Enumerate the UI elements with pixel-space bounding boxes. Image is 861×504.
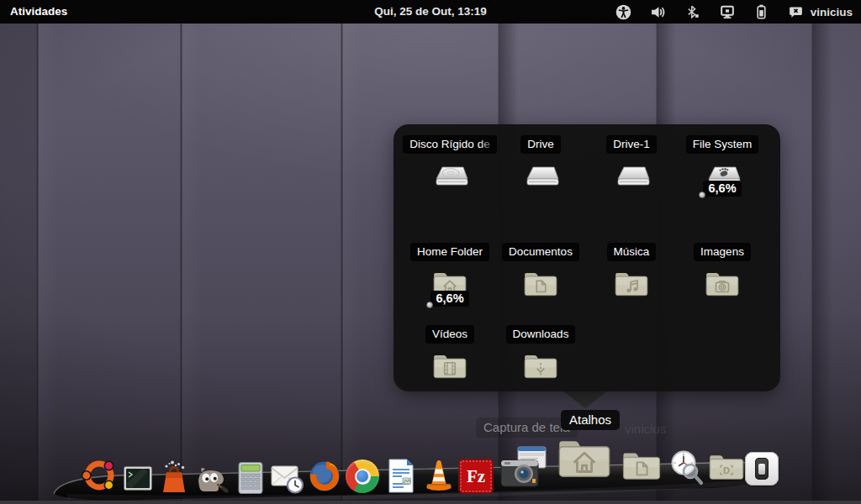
vlc-cone-icon xyxy=(420,456,457,495)
dock-item-libreoffice-writer[interactable] xyxy=(387,458,415,494)
shortcut-musica[interactable]: Música xyxy=(586,243,677,302)
dock-item-screenshot-tool[interactable] xyxy=(498,446,547,494)
music-folder-icon xyxy=(614,269,649,302)
faded-tooltip-user: vinicius xyxy=(620,420,671,438)
dock-item-filezilla[interactable]: Fz xyxy=(460,460,492,492)
dock-item-folder-d[interactable]: D xyxy=(708,451,745,482)
shortcut-videos[interactable]: Vídeos xyxy=(404,325,495,384)
calculator-icon xyxy=(234,460,267,496)
dock-item-documents-folder[interactable] xyxy=(621,449,662,482)
screenshot-camera-icon xyxy=(498,446,547,494)
terminal-icon xyxy=(122,463,154,495)
shortcut-label: Documentos xyxy=(502,243,579,261)
svg-text:D: D xyxy=(723,465,730,475)
shortcut-label: Drive xyxy=(520,135,561,154)
drive-icon xyxy=(521,161,560,192)
ubuntu-logo-icon xyxy=(80,456,119,495)
dock-item-gimp[interactable] xyxy=(193,459,230,496)
dock-tooltip-atalhos: Atalhos xyxy=(561,410,620,430)
documents-folder-icon xyxy=(523,269,558,302)
shortcut-label: Downloads xyxy=(506,325,576,344)
shortcut-file-system[interactable]: File System 6,6% xyxy=(677,135,768,197)
popup-pointer-tail xyxy=(563,391,608,408)
bluetooth-icon[interactable] xyxy=(684,3,701,20)
mail-clock-icon xyxy=(269,459,306,496)
filezilla-icon: Fz xyxy=(460,460,492,492)
shortcuts-home-folder-icon xyxy=(557,434,612,481)
device-switch-icon xyxy=(745,452,779,486)
shortcut-imagens[interactable]: Imagens xyxy=(677,243,768,302)
dock-item-vlc[interactable] xyxy=(420,456,457,495)
shortcut-drive[interactable]: Drive xyxy=(495,135,586,192)
desktop: Atividades Qui, 25 de Out, 13:19 xyxy=(0,0,861,504)
dock-item-firefox[interactable] xyxy=(306,458,343,495)
software-center-icon xyxy=(156,459,192,496)
dock-item-terminal[interactable] xyxy=(122,463,154,495)
drive-icon xyxy=(612,161,651,192)
usage-dot-icon xyxy=(699,192,705,198)
dock-item-software-center[interactable] xyxy=(156,459,192,496)
im-status-icon xyxy=(788,3,805,20)
shortcut-documentos[interactable]: Documentos xyxy=(495,243,586,302)
videos-folder-icon xyxy=(432,351,467,384)
shortcut-label: Home Folder xyxy=(410,243,489,261)
dock-documents-folder-icon xyxy=(621,449,662,482)
shortcut-label: Música xyxy=(607,243,657,261)
shortcut-label: Drive-1 xyxy=(606,135,657,154)
display-network-icon[interactable] xyxy=(719,3,736,20)
dock-item-email-client[interactable] xyxy=(269,459,306,496)
volume-icon[interactable] xyxy=(650,3,667,20)
usage-badge: 6,6% xyxy=(430,291,468,307)
shortcuts-popup: Disco Rígido de Drive Drive-1 File Syste… xyxy=(394,124,780,391)
user-menu[interactable]: vinicius xyxy=(788,3,853,20)
usage-dot-icon xyxy=(426,302,433,308)
usage-badge: 6,6% xyxy=(703,181,741,197)
dock-item-ubuntu-menu[interactable] xyxy=(80,456,119,495)
firefox-icon xyxy=(306,458,343,495)
battery-icon[interactable] xyxy=(753,3,770,20)
clock-magnifier-icon xyxy=(667,449,705,487)
shortcut-label: Vídeos xyxy=(425,325,474,344)
clock-menu[interactable]: Qui, 25 de Out, 13:19 xyxy=(374,0,487,24)
shortcut-disco-rigido[interactable]: Disco Rígido de xyxy=(404,135,495,192)
chrome-icon xyxy=(346,459,379,493)
shortcut-drive-1[interactable]: Drive-1 xyxy=(586,135,677,192)
dock-item-display-device[interactable] xyxy=(745,452,779,486)
pictures-folder-icon xyxy=(705,269,740,302)
shortcut-home-folder[interactable]: Home Folder 6,6% xyxy=(404,243,495,307)
shortcut-label: File System xyxy=(686,135,759,154)
writer-document-icon xyxy=(387,458,415,494)
top-bar: Atividades Qui, 25 de Out, 13:19 xyxy=(0,0,861,24)
folder-d-icon: D xyxy=(708,451,745,482)
username-label: vinicius xyxy=(811,6,853,18)
shortcut-downloads[interactable]: Downloads xyxy=(495,325,586,384)
shortcut-label: Disco Rígido de xyxy=(403,135,496,154)
dock-item-chrome[interactable] xyxy=(346,459,379,493)
shortcut-label: Imagens xyxy=(694,243,751,261)
harddisk-icon xyxy=(430,161,469,192)
dock-item-calculator[interactable] xyxy=(234,460,267,496)
gimp-icon xyxy=(193,459,230,496)
downloads-folder-icon xyxy=(523,351,558,384)
activities-button[interactable]: Atividades xyxy=(10,0,67,24)
dock-item-shortcuts-folder[interactable] xyxy=(557,434,612,481)
accessibility-icon[interactable] xyxy=(615,3,632,20)
dock-item-time-search[interactable] xyxy=(667,449,705,487)
system-tray: vinicius xyxy=(615,0,853,24)
